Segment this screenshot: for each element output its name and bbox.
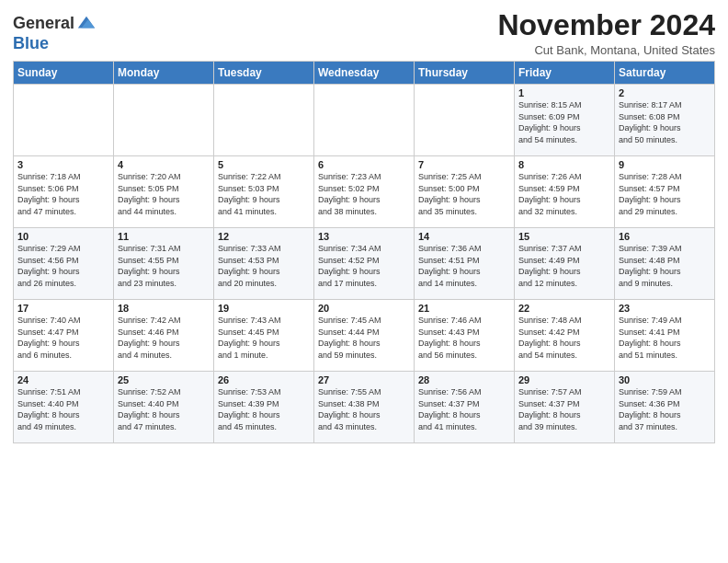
cell-2-3: 13Sunrise: 7:34 AM Sunset: 4:52 PM Dayli… <box>314 228 415 300</box>
day-info: Sunrise: 7:28 AM Sunset: 4:57 PM Dayligh… <box>619 171 711 217</box>
day-number: 12 <box>218 231 310 242</box>
cell-0-2 <box>214 85 314 156</box>
day-number: 24 <box>17 374 109 385</box>
day-info: Sunrise: 7:53 AM Sunset: 4:39 PM Dayligh… <box>218 386 310 432</box>
week-row-0: 1Sunrise: 8:15 AM Sunset: 6:09 PM Daylig… <box>14 85 715 156</box>
day-info: Sunrise: 7:34 AM Sunset: 4:52 PM Dayligh… <box>318 243 410 289</box>
header-wednesday: Wednesday <box>314 62 415 85</box>
month-title: November 2024 <box>497 9 715 41</box>
cell-0-5: 1Sunrise: 8:15 AM Sunset: 6:09 PM Daylig… <box>515 85 615 156</box>
cell-4-4: 28Sunrise: 7:56 AM Sunset: 4:37 PM Dayli… <box>415 372 515 443</box>
day-info: Sunrise: 7:18 AM Sunset: 5:06 PM Dayligh… <box>17 171 109 217</box>
weekday-header-row: Sunday Monday Tuesday Wednesday Thursday… <box>14 62 715 85</box>
page-container: General Blue November 2024 Cut Bank, Mon… <box>0 0 728 451</box>
day-number: 15 <box>518 231 610 242</box>
day-number: 27 <box>318 374 410 385</box>
day-info: Sunrise: 7:59 AM Sunset: 4:36 PM Dayligh… <box>619 386 711 432</box>
cell-3-4: 21Sunrise: 7:46 AM Sunset: 4:43 PM Dayli… <box>415 300 515 372</box>
day-info: Sunrise: 7:20 AM Sunset: 5:05 PM Dayligh… <box>118 171 210 217</box>
cell-1-0: 3Sunrise: 7:18 AM Sunset: 5:06 PM Daylig… <box>14 156 114 228</box>
day-info: Sunrise: 7:51 AM Sunset: 4:40 PM Dayligh… <box>17 386 109 432</box>
day-number: 21 <box>418 303 510 314</box>
day-number: 18 <box>118 303 210 314</box>
day-number: 9 <box>619 159 711 170</box>
title-block: November 2024 Cut Bank, Montana, United … <box>497 9 715 57</box>
day-info: Sunrise: 7:39 AM Sunset: 4:48 PM Dayligh… <box>619 243 711 289</box>
cell-4-3: 27Sunrise: 7:55 AM Sunset: 4:38 PM Dayli… <box>314 372 415 443</box>
day-info: Sunrise: 8:15 AM Sunset: 6:09 PM Dayligh… <box>518 99 610 145</box>
cell-1-2: 5Sunrise: 7:22 AM Sunset: 5:03 PM Daylig… <box>214 156 314 228</box>
day-number: 22 <box>518 303 610 314</box>
cell-0-4 <box>415 85 515 156</box>
day-info: Sunrise: 7:22 AM Sunset: 5:03 PM Dayligh… <box>218 171 310 217</box>
day-info: Sunrise: 7:48 AM Sunset: 4:42 PM Dayligh… <box>518 315 610 361</box>
cell-2-1: 11Sunrise: 7:31 AM Sunset: 4:55 PM Dayli… <box>114 228 214 300</box>
day-number: 14 <box>418 231 510 242</box>
day-number: 30 <box>619 374 711 385</box>
logo-icon <box>76 13 97 33</box>
logo-general: General <box>13 15 74 33</box>
day-number: 10 <box>17 231 109 242</box>
cell-2-0: 10Sunrise: 7:29 AM Sunset: 4:56 PM Dayli… <box>14 228 114 300</box>
day-number: 2 <box>619 87 711 98</box>
cell-1-1: 4Sunrise: 7:20 AM Sunset: 5:05 PM Daylig… <box>114 156 214 228</box>
day-info: Sunrise: 7:29 AM Sunset: 4:56 PM Dayligh… <box>17 243 109 289</box>
day-number: 20 <box>318 303 410 314</box>
day-number: 13 <box>318 231 410 242</box>
day-info: Sunrise: 7:33 AM Sunset: 4:53 PM Dayligh… <box>218 243 310 289</box>
cell-3-6: 23Sunrise: 7:49 AM Sunset: 4:41 PM Dayli… <box>615 300 715 372</box>
location: Cut Bank, Montana, United States <box>497 43 715 57</box>
day-number: 8 <box>518 159 610 170</box>
day-number: 23 <box>619 303 711 314</box>
cell-1-4: 7Sunrise: 7:25 AM Sunset: 5:00 PM Daylig… <box>415 156 515 228</box>
day-number: 5 <box>218 159 310 170</box>
day-number: 16 <box>619 231 711 242</box>
header-thursday: Thursday <box>415 62 515 85</box>
day-info: Sunrise: 7:49 AM Sunset: 4:41 PM Dayligh… <box>619 315 711 361</box>
header-tuesday: Tuesday <box>214 62 314 85</box>
cell-3-0: 17Sunrise: 7:40 AM Sunset: 4:47 PM Dayli… <box>14 300 114 372</box>
cell-2-2: 12Sunrise: 7:33 AM Sunset: 4:53 PM Dayli… <box>214 228 314 300</box>
cell-1-6: 9Sunrise: 7:28 AM Sunset: 4:57 PM Daylig… <box>615 156 715 228</box>
header: General Blue November 2024 Cut Bank, Mon… <box>13 9 715 57</box>
day-number: 1 <box>518 87 610 98</box>
logo: General Blue <box>13 13 97 53</box>
cell-0-3 <box>314 85 415 156</box>
day-info: Sunrise: 7:42 AM Sunset: 4:46 PM Dayligh… <box>118 315 210 361</box>
header-monday: Monday <box>114 62 214 85</box>
logo-blue: Blue <box>13 34 49 52</box>
week-row-2: 10Sunrise: 7:29 AM Sunset: 4:56 PM Dayli… <box>14 228 715 300</box>
cell-4-5: 29Sunrise: 7:57 AM Sunset: 4:37 PM Dayli… <box>515 372 615 443</box>
cell-3-3: 20Sunrise: 7:45 AM Sunset: 4:44 PM Dayli… <box>314 300 415 372</box>
calendar-body: 1Sunrise: 8:15 AM Sunset: 6:09 PM Daylig… <box>14 85 715 443</box>
cell-3-5: 22Sunrise: 7:48 AM Sunset: 4:42 PM Dayli… <box>515 300 615 372</box>
day-info: Sunrise: 7:43 AM Sunset: 4:45 PM Dayligh… <box>218 315 310 361</box>
header-friday: Friday <box>515 62 615 85</box>
cell-0-1 <box>114 85 214 156</box>
cell-4-6: 30Sunrise: 7:59 AM Sunset: 4:36 PM Dayli… <box>615 372 715 443</box>
day-info: Sunrise: 7:57 AM Sunset: 4:37 PM Dayligh… <box>518 386 610 432</box>
cell-0-6: 2Sunrise: 8:17 AM Sunset: 6:08 PM Daylig… <box>615 85 715 156</box>
day-number: 28 <box>418 374 510 385</box>
day-number: 4 <box>118 159 210 170</box>
cell-1-3: 6Sunrise: 7:23 AM Sunset: 5:02 PM Daylig… <box>314 156 415 228</box>
day-number: 25 <box>118 374 210 385</box>
day-info: Sunrise: 7:26 AM Sunset: 4:59 PM Dayligh… <box>518 171 610 217</box>
week-row-1: 3Sunrise: 7:18 AM Sunset: 5:06 PM Daylig… <box>14 156 715 228</box>
day-number: 6 <box>318 159 410 170</box>
header-saturday: Saturday <box>615 62 715 85</box>
day-number: 26 <box>218 374 310 385</box>
cell-4-1: 25Sunrise: 7:52 AM Sunset: 4:40 PM Dayli… <box>114 372 214 443</box>
cell-2-6: 16Sunrise: 7:39 AM Sunset: 4:48 PM Dayli… <box>615 228 715 300</box>
cell-3-2: 19Sunrise: 7:43 AM Sunset: 4:45 PM Dayli… <box>214 300 314 372</box>
day-info: Sunrise: 7:45 AM Sunset: 4:44 PM Dayligh… <box>318 315 410 361</box>
day-number: 19 <box>218 303 310 314</box>
week-row-3: 17Sunrise: 7:40 AM Sunset: 4:47 PM Dayli… <box>14 300 715 372</box>
day-info: Sunrise: 7:52 AM Sunset: 4:40 PM Dayligh… <box>118 386 210 432</box>
day-info: Sunrise: 7:56 AM Sunset: 4:37 PM Dayligh… <box>418 386 510 432</box>
day-info: Sunrise: 7:37 AM Sunset: 4:49 PM Dayligh… <box>518 243 610 289</box>
cell-2-4: 14Sunrise: 7:36 AM Sunset: 4:51 PM Dayli… <box>415 228 515 300</box>
calendar-table: Sunday Monday Tuesday Wednesday Thursday… <box>13 61 715 443</box>
week-row-4: 24Sunrise: 7:51 AM Sunset: 4:40 PM Dayli… <box>14 372 715 443</box>
cell-0-0 <box>14 85 114 156</box>
